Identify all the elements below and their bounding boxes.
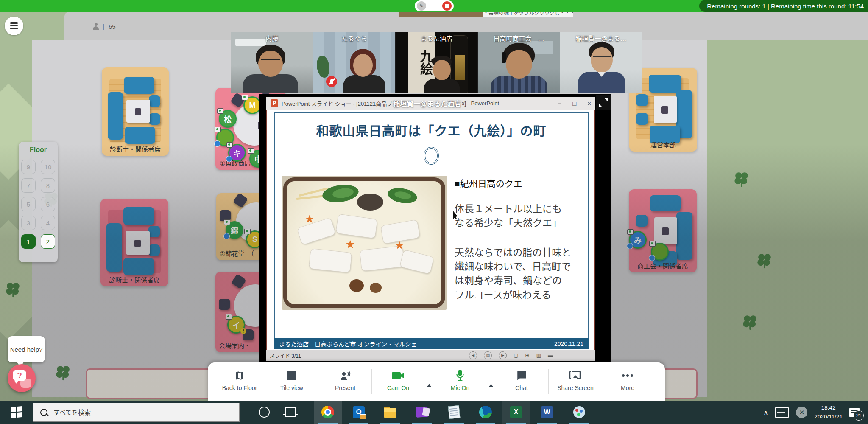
ppt-statusbar: スライド 3/11 ◀ ▤ ▶ ▢ ⊞ ▥ ▬ bbox=[266, 350, 595, 361]
view-grid-icon[interactable]: ⊞ bbox=[525, 352, 530, 358]
floor-button-4[interactable]: 4 bbox=[41, 216, 55, 230]
disconnect-icon[interactable]: ✕ bbox=[796, 407, 807, 418]
glasses bbox=[261, 59, 280, 65]
filemaker-icon[interactable] bbox=[415, 405, 429, 419]
clock-time: 18:42 bbox=[814, 404, 843, 412]
video-tile-naito[interactable]: 内藤 bbox=[231, 32, 313, 93]
file-explorer-icon[interactable] bbox=[383, 405, 397, 419]
slide-footer-left: まるた酒店 日高ぶらんど市 オンライン・マルシェ bbox=[279, 340, 417, 348]
keyboard-icon[interactable] bbox=[775, 407, 789, 418]
floor-button-8[interactable]: 8 bbox=[41, 178, 55, 193]
table-label: 運営本部 bbox=[629, 140, 697, 149]
stool bbox=[636, 215, 648, 227]
chair bbox=[125, 127, 155, 144]
edge-icon[interactable] bbox=[478, 405, 493, 419]
taskbar-clock[interactable]: 18:42 2020/11/21 bbox=[814, 404, 843, 421]
cortana-button[interactable] bbox=[257, 405, 271, 419]
participants-icon bbox=[92, 23, 99, 30]
menu-button[interactable] bbox=[5, 17, 23, 35]
floor-button-7[interactable]: 7 bbox=[21, 178, 36, 193]
toolbar-divider bbox=[548, 369, 549, 394]
stool bbox=[636, 94, 648, 106]
call-badge bbox=[649, 255, 655, 261]
view-normal-icon[interactable]: ▢ bbox=[514, 352, 518, 358]
tray-expand-icon[interactable]: ∧ bbox=[763, 409, 768, 416]
floor-button-10[interactable]: 10 bbox=[41, 160, 55, 174]
minimize-button[interactable]: − bbox=[558, 100, 561, 107]
background-clipped-text: ・会場の様子をダブルクリックし・・・と bbox=[483, 12, 573, 17]
attendee-avatar[interactable]: 錦 bbox=[226, 221, 243, 239]
mic-on-icon bbox=[437, 368, 483, 384]
search-input[interactable] bbox=[53, 408, 215, 416]
attendee-avatar[interactable]: 松 bbox=[219, 110, 237, 128]
close-button[interactable]: × bbox=[587, 100, 591, 107]
floor-selector-panel: Floor 9 10 7 8 5 6 3 4 1 2 bbox=[19, 142, 58, 262]
floor-button-2[interactable]: 2 bbox=[41, 234, 55, 249]
more-button[interactable]: More bbox=[604, 368, 651, 391]
table-shokokai[interactable]: み 商工会・関係者席 bbox=[629, 189, 697, 272]
next-slide-icon[interactable]: ▶ bbox=[499, 351, 507, 359]
attendee-avatar[interactable]: み bbox=[629, 231, 647, 249]
maximize-button[interactable]: □ bbox=[572, 100, 576, 107]
word-icon[interactable]: W bbox=[540, 405, 554, 419]
camera-badge bbox=[226, 314, 232, 320]
mic-toggle-button[interactable]: Mic On bbox=[437, 368, 483, 391]
camera-toggle-button[interactable]: Cam On bbox=[375, 368, 421, 391]
start-button[interactable] bbox=[11, 406, 22, 418]
excel-icon[interactable]: X bbox=[509, 405, 523, 419]
floor-button-5[interactable]: 5 bbox=[21, 197, 36, 211]
ppt-window-title: PowerPoint スライド ショー - [201121商品プ bbox=[282, 99, 392, 107]
person-body bbox=[424, 79, 460, 93]
floor-button-6[interactable]: 6 bbox=[41, 197, 55, 211]
pencil-icon[interactable]: ✎ bbox=[417, 1, 426, 11]
system-tray: ∧ ✕ 18:42 2020/11/21 21 bbox=[763, 401, 865, 424]
attendee-avatar[interactable]: イ! bbox=[227, 316, 245, 334]
table-shindanshi-1[interactable]: 診断士・関係者席 bbox=[102, 67, 169, 156]
previous-slide-icon[interactable]: ◀ bbox=[469, 351, 477, 359]
floor-button-9[interactable]: 9 bbox=[21, 160, 36, 174]
video-tile-maruta[interactable]: 九絵 まるた酒店 bbox=[396, 32, 478, 93]
person-face bbox=[506, 50, 532, 79]
view-reading-icon[interactable]: ▥ bbox=[536, 352, 541, 358]
person-body bbox=[343, 75, 385, 93]
floor-button-1[interactable]: 1 bbox=[21, 234, 36, 249]
video-name-label: 内藤 bbox=[231, 34, 313, 42]
back-to-floor-button[interactable]: Back to Floor bbox=[216, 368, 263, 391]
chair bbox=[649, 75, 681, 93]
mic-options-dropdown[interactable] bbox=[488, 384, 494, 387]
table-label: 診断士・関係者席 bbox=[102, 144, 169, 153]
chrome-icon[interactable] bbox=[321, 405, 335, 419]
paint-icon[interactable] bbox=[572, 405, 586, 419]
notification-icon[interactable]: 21 bbox=[849, 408, 860, 417]
need-help-button[interactable]: ? bbox=[8, 364, 36, 392]
headset bbox=[502, 52, 506, 63]
camera-badge bbox=[244, 229, 251, 234]
camera-options-dropdown[interactable] bbox=[427, 384, 432, 387]
stop-recording-icon[interactable] bbox=[442, 1, 452, 11]
pen-menu-icon[interactable]: ▤ bbox=[484, 351, 492, 359]
attendee-avatar-mascot[interactable] bbox=[651, 243, 669, 261]
floor-button-3[interactable]: 3 bbox=[21, 216, 36, 230]
present-button[interactable]: Present bbox=[322, 368, 368, 391]
fullscreen-expand-button[interactable] bbox=[596, 95, 611, 110]
attendee-avatar[interactable]: キ bbox=[228, 144, 246, 162]
slide-paragraph-1: 体長１メートル以上にも なる希少な「天然クエ」 bbox=[455, 202, 583, 230]
taskbar-search[interactable] bbox=[33, 403, 240, 422]
video-tile-inagaki[interactable]: 稲垣賢一@まる… bbox=[560, 32, 642, 93]
alert-badge: ! bbox=[240, 328, 246, 334]
share-screen-button[interactable]: Share Screen bbox=[552, 368, 599, 391]
table-shindanshi-2[interactable]: 診断士・関係者席 bbox=[100, 199, 168, 286]
ppt-titlebar[interactable]: P PowerPoint スライド ショー - [201121商品プ 稲垣賢一@… bbox=[266, 97, 595, 110]
notepad-icon[interactable] bbox=[447, 405, 461, 419]
video-tile-shokokai[interactable]: 日高町商工会 … bbox=[478, 32, 560, 93]
chat-button[interactable]: Chat bbox=[498, 368, 545, 391]
task-view-button[interactable] bbox=[283, 405, 298, 419]
outlook-icon[interactable]: O bbox=[352, 405, 366, 419]
view-slideshow-icon[interactable]: ▬ bbox=[548, 352, 553, 358]
sofa bbox=[108, 92, 123, 140]
slide-ring-ornament bbox=[424, 147, 439, 165]
video-name-label: たるぐち bbox=[313, 34, 395, 42]
tile-view-button[interactable]: Tile view bbox=[268, 368, 315, 391]
video-tile-taruguchi[interactable]: たるぐち bbox=[313, 32, 396, 93]
stool bbox=[149, 95, 160, 107]
